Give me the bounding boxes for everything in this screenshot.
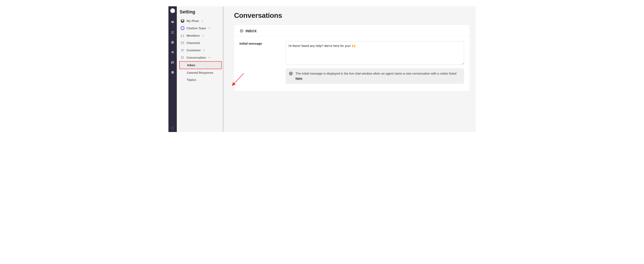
chevron-right-icon — [203, 49, 204, 51]
svg-point-1 — [173, 31, 174, 32]
initial-message-textarea[interactable] — [286, 41, 464, 65]
chat-bubble-dots-icon — [240, 29, 244, 33]
customers-icon — [180, 48, 184, 52]
database-icon — [171, 71, 174, 74]
side-item-customer[interactable]: Customer — [180, 47, 222, 54]
svg-point-6 — [171, 127, 174, 129]
svg-point-20 — [241, 31, 242, 31]
nav-item-inbox[interactable] — [170, 20, 175, 24]
side-item-label: Chative Team — [187, 27, 206, 30]
side-item-user[interactable]: My Phan — [180, 17, 222, 25]
inbox-settings-card: INBOX Initial message i The initial mess… — [234, 25, 470, 91]
nav-rail — [168, 6, 177, 132]
info-icon: i — [289, 72, 293, 75]
nav-item-reports[interactable] — [170, 40, 175, 45]
side-item-label: Channels — [187, 41, 200, 45]
info-text: The initial message is displayed in the … — [296, 71, 461, 81]
scrollbar[interactable] — [222, 6, 224, 132]
agent-headset-icon — [171, 51, 174, 54]
chevron-right-icon — [202, 20, 203, 22]
layout-icon — [171, 61, 174, 64]
svg-point-10 — [182, 49, 183, 50]
svg-point-2 — [172, 52, 173, 53]
nav-item-people[interactable] — [170, 30, 175, 34]
chevron-right-icon — [202, 35, 204, 37]
nav-item-template[interactable] — [170, 60, 175, 65]
inbox-tray-icon — [171, 20, 174, 24]
svg-point-11 — [183, 49, 184, 50]
svg-rect-8 — [183, 36, 184, 37]
info-text-before: The initial message is displayed in the … — [296, 72, 456, 75]
page-title: Conversations — [234, 11, 470, 20]
svg-rect-3 — [171, 61, 174, 62]
card-header-title: INBOX — [246, 29, 257, 33]
side-item-label: Conversation — [187, 56, 206, 59]
svg-point-0 — [172, 31, 172, 32]
chevron-right-icon — [208, 27, 210, 29]
side-item-conversation[interactable]: Conversation — [180, 54, 222, 61]
svg-point-19 — [241, 31, 241, 31]
chevron-down-icon — [208, 57, 210, 58]
svg-point-21 — [242, 31, 242, 31]
app-logo[interactable] — [170, 8, 175, 13]
side-item-label: Customer — [187, 49, 201, 52]
side-item-label: Members — [187, 34, 200, 37]
pie-chart-icon — [171, 41, 174, 44]
info-text-after: . — [302, 77, 303, 80]
settings-side-panel: Setting My Phan Chative Team Members Cha… — [177, 6, 224, 132]
window-icon — [180, 41, 184, 45]
card-header: INBOX — [234, 25, 470, 37]
info-box: i The initial message is displayed in th… — [286, 68, 464, 84]
side-item-team[interactable]: Chative Team — [180, 25, 222, 32]
initial-message-label: Initial message — [240, 41, 280, 84]
nav-item-data[interactable] — [170, 70, 175, 75]
side-item-label: My Phan — [187, 19, 199, 23]
side-sub-inbox[interactable]: Inbox — [179, 61, 222, 69]
side-item-channels[interactable]: Channels — [180, 39, 222, 47]
side-sub-canned-response[interactable]: Canned Response — [180, 69, 222, 76]
people-icon — [171, 30, 174, 34]
headphones-icon — [180, 34, 184, 38]
nav-item-agent[interactable] — [170, 50, 175, 55]
scrollbar-thumb[interactable] — [222, 6, 224, 132]
visitor-list-link[interactable]: here — [296, 77, 302, 80]
chat-bubble-icon — [180, 56, 184, 60]
settings-partial-icon — [171, 126, 174, 130]
svg-rect-7 — [181, 36, 182, 37]
main-content: Conversations INBOX Initial message i Th… — [224, 6, 476, 132]
svg-rect-4 — [171, 62, 172, 64]
side-item-members[interactable]: Members — [180, 32, 222, 39]
avatar — [180, 19, 184, 23]
side-sub-topics[interactable]: Topics — [180, 76, 222, 83]
panel-title: Setting — [180, 9, 222, 17]
svg-rect-9 — [181, 42, 184, 44]
team-icon — [180, 26, 184, 30]
nav-item-settings[interactable] — [170, 126, 175, 130]
